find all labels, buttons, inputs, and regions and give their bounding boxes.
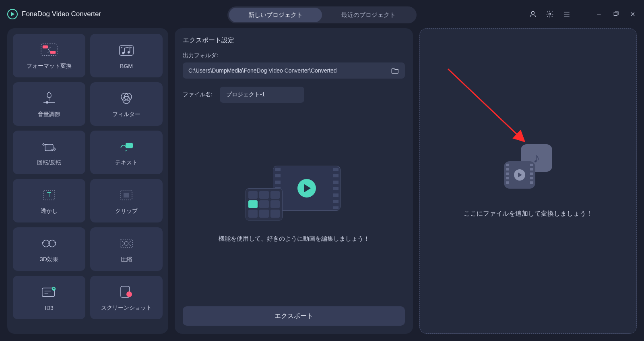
menu-icon[interactable] <box>563 10 571 18</box>
thumbnail-grid-icon <box>246 188 283 220</box>
clip-icon <box>118 187 135 204</box>
output-folder-label: 出力フォルダ: <box>183 52 405 59</box>
tool-compress[interactable]: 圧縮 <box>90 227 163 271</box>
svg-rect-20 <box>124 193 129 198</box>
filename-input[interactable] <box>220 87 304 103</box>
bgm-icon <box>118 42 135 59</box>
export-button[interactable]: エクスポート <box>183 306 405 326</box>
tool-screenshot[interactable]: スクリーンショット <box>90 276 163 319</box>
tab-new-project[interactable]: 新しいプロジェクト <box>229 8 322 22</box>
tab-label: 最近のプロジェクト <box>341 11 396 19</box>
svg-rect-5 <box>50 51 56 54</box>
tool-volume[interactable]: 音量調節 <box>13 82 85 126</box>
compress-icon <box>118 235 135 252</box>
export-button-label: エクスポート <box>275 312 313 320</box>
export-panel: エクスポート設定 出力フォルダ: C:\Users\DumpMedia\Fone… <box>175 28 413 334</box>
svg-point-1 <box>549 13 551 15</box>
watermark-icon: T <box>41 187 58 204</box>
svg-text:T: T <box>47 191 51 198</box>
project-tabs: 新しいプロジェクト 最近のプロジェクト <box>227 6 417 23</box>
editor-hint: 機能を使用して、好きのように動画を編集しましょう！ <box>219 233 369 244</box>
tool-id3[interactable]: ID3 <box>13 276 85 319</box>
drop-zone[interactable]: ♪ ここにファイルを追加して変換しましょう！ <box>419 28 637 334</box>
editor-placeholder: 機能を使用して、好きのように動画を編集しましょう！ <box>183 103 405 303</box>
tools-sidebar: フォーマット変換 BGM 音量調節 フィルター 回転/反転 <box>7 28 168 334</box>
filter-icon <box>118 90 135 107</box>
tool-filter[interactable]: フィルター <box>90 82 163 126</box>
play-logo-icon <box>7 9 18 19</box>
tab-label: 新しいプロジェクト <box>248 11 303 19</box>
tool-text[interactable]: テキスト <box>90 131 163 174</box>
svg-point-26 <box>52 287 56 291</box>
tool-format-convert[interactable]: フォーマット変換 <box>13 34 85 77</box>
svg-rect-2 <box>614 12 617 15</box>
tool-label: スクリーンショット <box>101 304 152 312</box>
tool-3d-effect[interactable]: 3D効果 <box>13 227 85 271</box>
tool-label: 圧縮 <box>121 256 132 263</box>
drop-media-icon: ♪ <box>504 144 552 189</box>
app-title: FoneDog Video Converter <box>22 10 101 18</box>
svg-point-11 <box>46 101 48 104</box>
editor-illustration <box>246 162 342 223</box>
svg-point-9 <box>121 47 122 48</box>
svg-rect-16 <box>126 143 133 148</box>
text-icon <box>118 138 135 155</box>
output-folder-path: C:\Users\DumpMedia\FoneDog Video Convert… <box>188 67 337 74</box>
app-logo: FoneDog Video Converter <box>7 9 101 19</box>
format-convert-icon <box>41 42 58 58</box>
svg-point-0 <box>532 11 535 14</box>
svg-rect-15 <box>45 144 53 151</box>
output-folder-field[interactable]: C:\Users\DumpMedia\FoneDog Video Convert… <box>183 62 405 79</box>
tool-label: 透かし <box>41 208 58 215</box>
play-icon <box>297 179 316 198</box>
tool-rotate-flip[interactable]: 回転/反転 <box>13 131 85 174</box>
svg-point-28 <box>126 291 132 297</box>
maximize-icon[interactable] <box>612 10 620 18</box>
drop-hint: ここにファイルを追加して変換しましょう！ <box>464 210 592 218</box>
rotate-icon <box>41 138 58 155</box>
minimize-icon[interactable] <box>595 10 603 18</box>
folder-icon[interactable] <box>391 67 399 74</box>
svg-point-8 <box>128 51 130 54</box>
export-section-title: エクスポート設定 <box>183 36 405 45</box>
tool-label: BGM <box>120 63 133 69</box>
svg-rect-4 <box>43 46 48 49</box>
tool-label: フィルター <box>112 111 140 118</box>
gear-icon[interactable] <box>546 10 554 18</box>
tool-bgm[interactable]: BGM <box>90 34 163 77</box>
3d-icon <box>41 235 58 252</box>
tool-label: 回転/反転 <box>37 159 61 166</box>
svg-point-10 <box>130 47 132 48</box>
tool-label: フォーマット変換 <box>27 62 72 70</box>
window-controls <box>529 10 637 18</box>
svg-rect-6 <box>120 46 133 56</box>
svg-point-7 <box>122 52 125 54</box>
film-frame-icon <box>273 166 341 211</box>
tool-label: テキスト <box>115 159 138 166</box>
screenshot-icon <box>118 283 135 300</box>
close-icon[interactable] <box>629 10 637 18</box>
annotation-arrow <box>444 65 549 154</box>
tool-label: 音量調節 <box>38 111 60 118</box>
svg-point-24 <box>124 241 128 245</box>
tab-recent-projects[interactable]: 最近のプロジェクト <box>322 8 415 22</box>
volume-icon <box>41 90 58 107</box>
filename-label: ファイル名: <box>183 91 213 98</box>
tool-label: クリップ <box>115 208 138 215</box>
title-bar: FoneDog Video Converter 新しいプロジェクト 最近のプロジ… <box>0 0 644 28</box>
svg-rect-23 <box>120 239 133 248</box>
id3-icon <box>41 284 58 301</box>
main-content: フォーマット変換 BGM 音量調節 フィルター 回転/反転 <box>0 28 644 341</box>
play-small-icon <box>514 169 525 181</box>
tool-clip[interactable]: クリップ <box>90 179 163 222</box>
account-icon[interactable] <box>529 10 537 18</box>
tool-label: 3D効果 <box>40 256 58 263</box>
tool-label: ID3 <box>45 305 54 311</box>
tool-watermark[interactable]: T 透かし <box>13 179 85 222</box>
